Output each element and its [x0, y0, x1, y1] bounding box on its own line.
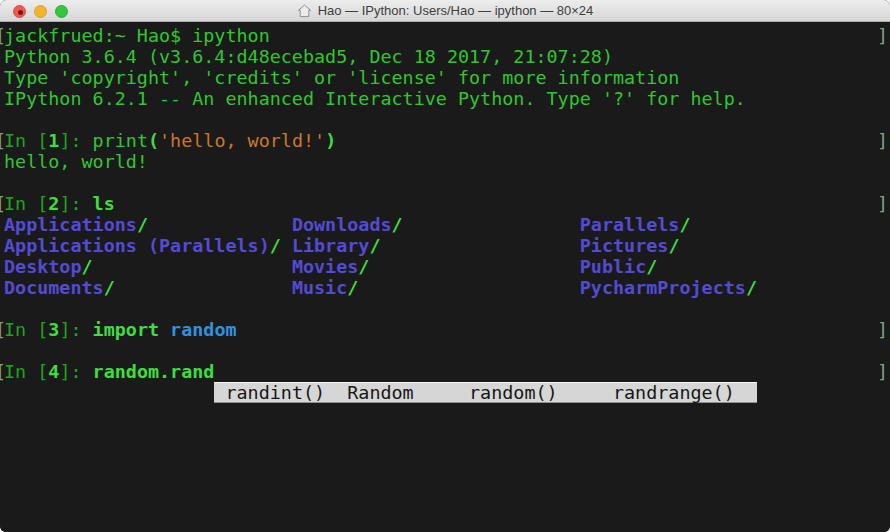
prompt-mark-right: ] — [877, 25, 888, 46]
terminal-line — [0, 340, 890, 361]
terminal-line: Documents/ Music/ PycharmProjects/ — [0, 277, 890, 298]
text-run — [369, 256, 579, 277]
text-run: 1 — [48, 130, 59, 151]
text-run: ]: — [59, 193, 92, 214]
terminal-line — [0, 466, 890, 487]
text-run: hello, world! — [4, 151, 148, 172]
terminal-line — [0, 298, 890, 319]
text-run: Documents — [4, 277, 104, 298]
text-run: print — [93, 130, 148, 151]
text-run: random — [170, 319, 236, 340]
text-run: ) — [325, 130, 336, 151]
text-run: Public — [580, 256, 646, 277]
text-run — [93, 256, 292, 277]
text-run: 4 — [48, 361, 59, 382]
home-proxy-icon — [297, 4, 312, 18]
terminal-line: randint() Random random() randrange() — [0, 382, 890, 403]
prompt-mark-right: ] — [877, 361, 888, 382]
text-run: jackfrued:~ Hao$ ipython — [4, 25, 270, 46]
terminal-line — [0, 508, 890, 529]
text-run: In [ — [4, 361, 48, 382]
text-run — [403, 214, 580, 235]
terminal-line: Type 'copyright', 'credits' or 'license'… — [0, 67, 890, 88]
text-run: Downloads — [292, 214, 392, 235]
text-run: Music — [292, 277, 347, 298]
minimize-button[interactable] — [34, 5, 47, 18]
prompt-mark-left: [ — [0, 319, 6, 340]
text-run: In [ — [4, 130, 48, 151]
text-run: ]: — [59, 361, 92, 382]
text-run: Library — [292, 235, 370, 256]
terminal-line: Desktop/ Movies/ Public/ — [0, 256, 890, 277]
prompt-mark-left: [ — [0, 25, 6, 46]
text-run: In [ — [4, 319, 48, 340]
text-run: 'hello, world!' — [159, 130, 325, 151]
terminal-line: jackfrued:~ Hao$ ipython[] — [0, 25, 890, 46]
terminal-line: IPython 6.2.1 -- An enhanced Interactive… — [0, 88, 890, 109]
terminal-line — [0, 109, 890, 130]
terminal-line: Python 3.6.4 (v3.6.4:d48ecebad5, Dec 18 … — [0, 46, 890, 67]
prompt-mark-right: ] — [877, 319, 888, 340]
text-run: Applications — [4, 214, 137, 235]
prompt-mark-left: [ — [0, 130, 6, 151]
text-run: PycharmProjects — [580, 277, 746, 298]
text-run: In [ — [4, 193, 48, 214]
prompt-mark-right: ] — [877, 130, 888, 151]
text-run: ls — [93, 193, 115, 214]
text-run: / — [358, 256, 369, 277]
zoom-button[interactable] — [55, 5, 68, 18]
window-title: Hao — IPython: Users/Hao — ipython — 80×… — [318, 3, 594, 18]
terminal-line — [0, 487, 890, 508]
text-run: / — [746, 277, 757, 298]
terminal-line: Applications/ Downloads/ Parallels/ — [0, 214, 890, 235]
terminal-line — [0, 424, 890, 445]
text-run: Desktop — [4, 256, 82, 277]
text-run: / — [646, 256, 657, 277]
close-button[interactable] — [13, 5, 26, 18]
terminal-line — [0, 445, 890, 466]
text-run: / — [270, 235, 281, 256]
text-run — [380, 235, 579, 256]
window-controls — [0, 0, 68, 22]
text-run — [148, 214, 292, 235]
terminal-line: hello, world! — [0, 151, 890, 172]
text-run: random.rand — [93, 361, 215, 382]
text-run: Movies — [292, 256, 358, 277]
text-run: Parallels — [580, 214, 680, 235]
text-run: Python 3.6.4 (v3.6.4:d48ecebad5, Dec 18 … — [4, 46, 613, 67]
text-run: / — [392, 214, 403, 235]
terminal-window: Hao — IPython: Users/Hao — ipython — 80×… — [0, 0, 890, 532]
text-run: 2 — [48, 193, 59, 214]
prompt-mark-left: [ — [0, 361, 6, 382]
terminal-line: In [1]: print('hello, world!')[] — [0, 130, 890, 151]
text-run: Pictures — [580, 235, 669, 256]
terminal-screen[interactable]: jackfrued:~ Hao$ ipython[]Python 3.6.4 (… — [0, 22, 890, 532]
text-run: IPython 6.2.1 -- An enhanced Interactive… — [4, 88, 746, 109]
text-run: / — [137, 214, 148, 235]
terminal-line: In [3]: import random[] — [0, 319, 890, 340]
terminal-line: In [2]: ls[] — [0, 193, 890, 214]
text-run: / — [668, 235, 679, 256]
text-run — [358, 277, 579, 298]
text-run: ]: — [59, 319, 92, 340]
text-run — [281, 235, 292, 256]
text-run: / — [347, 277, 358, 298]
text-run: ]: — [59, 130, 92, 151]
terminal-line: Applications (Parallels)/ Library/ Pictu… — [0, 235, 890, 256]
text-run: / — [679, 214, 690, 235]
text-run: / — [104, 277, 115, 298]
terminal-line — [0, 172, 890, 193]
text-run — [159, 319, 170, 340]
text-run — [4, 382, 214, 403]
text-run: ( — [148, 130, 159, 151]
terminal-line: In [4]: random.rand[] — [0, 361, 890, 382]
text-run: 3 — [48, 319, 59, 340]
prompt-mark-right: ] — [877, 193, 888, 214]
text-run: Applications (Parallels) — [4, 235, 270, 256]
text-run: Type 'copyright', 'credits' or 'license'… — [4, 67, 679, 88]
prompt-mark-left: [ — [0, 193, 6, 214]
autocomplete-menu[interactable]: randint() Random random() randrange() — [214, 382, 757, 403]
title-bar[interactable]: Hao — IPython: Users/Hao — ipython — 80×… — [0, 0, 890, 22]
title-group: Hao — IPython: Users/Hao — ipython — 80×… — [297, 3, 594, 18]
text-run: / — [369, 235, 380, 256]
